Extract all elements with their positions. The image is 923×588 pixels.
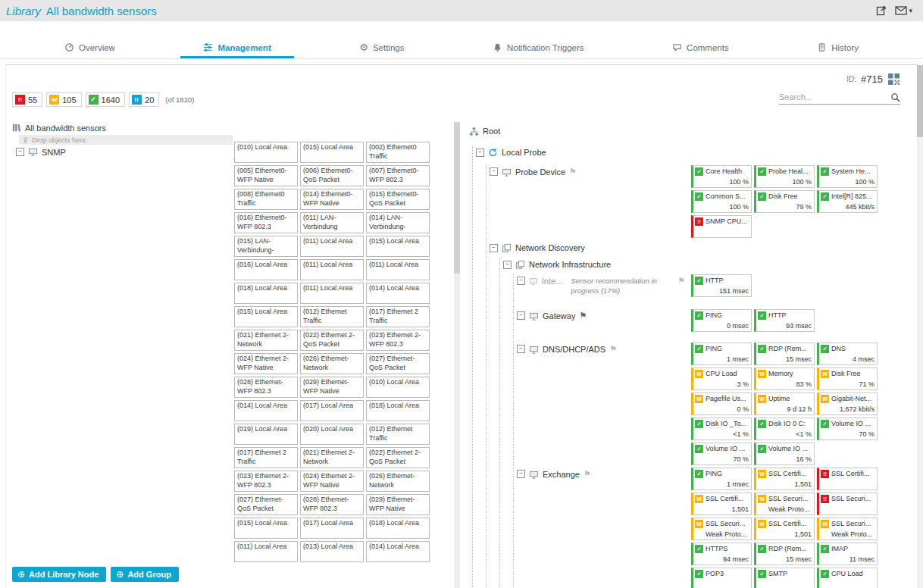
library-sensor-box[interactable]: (015) Local Area	[366, 236, 430, 257]
collapse-toggle[interactable]: −	[503, 261, 512, 269]
sensor-chip[interactable]: WDisk Free71 %	[817, 368, 878, 390]
tab-settings[interactable]: ⚙ Settings	[336, 36, 427, 58]
flag-icon[interactable]: ⚑	[609, 345, 617, 353]
sensor-chip[interactable]: ✓Probe Heal...100 %	[754, 165, 815, 188]
tab-comments[interactable]: Comments	[649, 36, 752, 58]
library-sensor-box[interactable]: (022) Ethernet 2-QoS Packet	[300, 330, 364, 351]
sensor-chip[interactable]: ✓Volume IO ...16 %	[754, 443, 815, 465]
collapse-toggle[interactable]: −	[476, 149, 484, 157]
library-sensor-box[interactable]: (014) Local Area	[366, 283, 430, 304]
scrollbar-thumb[interactable]	[454, 122, 460, 274]
library-sensor-box[interactable]: (010) Local Area	[234, 142, 298, 163]
main-scrollbar[interactable]	[917, 65, 923, 588]
sensor-chip[interactable]: !!SSL Securi...	[817, 493, 878, 515]
panel-scrollbar[interactable]	[454, 122, 460, 588]
report-export-icon[interactable]	[875, 5, 887, 17]
library-sensor-box[interactable]: (024) Ethernet 2-WFP Native	[300, 471, 364, 492]
library-sensor-box[interactable]: (026) Ethernet-Network	[300, 353, 364, 374]
library-sensor-box[interactable]: (014) Local Area	[366, 541, 430, 562]
library-sensor-box[interactable]: (015) Local Area	[300, 142, 364, 163]
library-root-node[interactable]: All bandwidth sensors	[11, 122, 233, 133]
library-sensor-box[interactable]: (017) Local Area	[300, 400, 364, 421]
library-sensor-box[interactable]: (007) Ethernet0-WFP 802.3	[366, 165, 430, 186]
sensor-chip[interactable]: !!SNMP CPU...	[691, 215, 752, 238]
device-label-inte[interactable]: − Inte... Sensor recommendation in progr…	[517, 274, 691, 296]
library-sensor-box[interactable]: (029) Ethernet-WFP Native	[366, 494, 430, 515]
library-sensor-box[interactable]: (008) Ethernet0 Traffic	[234, 189, 298, 210]
library-sensor-box[interactable]: (002) Ethernet0 Traffic	[366, 142, 430, 163]
flag-icon[interactable]: ⚑	[677, 277, 685, 285]
sensor-chip[interactable]: ✓HTTP93 msec	[754, 309, 815, 332]
tree-node-network-discovery[interactable]: − Network Discovery	[490, 241, 878, 255]
library-sensor-box[interactable]: (021) Ethernet 2-Network	[300, 447, 364, 468]
sensor-chip[interactable]: WPagefile Us...0 %	[691, 393, 752, 415]
sensor-chip[interactable]: ✓HTTPS94 msec	[691, 543, 752, 565]
library-sensor-box[interactable]: (016) Local Area	[234, 259, 298, 280]
library-sensor-box[interactable]: (019) Local Area	[234, 424, 298, 445]
library-sensor-box[interactable]: (011) Local Area	[234, 541, 298, 562]
library-sensor-box[interactable]: (017) Local Area	[300, 518, 364, 539]
flag-icon[interactable]: ⚑	[579, 311, 587, 320]
library-sensor-box[interactable]: (029) Ethernet-WFP Native	[300, 377, 364, 398]
tree-node-local-probe[interactable]: − Local Probe	[476, 145, 878, 159]
sensor-chip[interactable]: WSSL Securi...Weak Proto...	[754, 493, 815, 515]
library-sensor-box[interactable]: (012) Ethernet Traffic	[300, 306, 364, 327]
library-sensor-box[interactable]: (017) Ethernet 2 Traffic	[366, 306, 430, 327]
sensor-chip[interactable]: ✓IMAP11 msec	[817, 543, 878, 565]
add-group-button[interactable]: ⊕ Add Group	[111, 567, 179, 582]
tree-node-root[interactable]: Root	[469, 124, 878, 138]
library-sensor-box[interactable]: (018) Local Area	[234, 283, 298, 304]
library-sensor-box[interactable]: (015) Local Area	[234, 306, 298, 327]
sensor-chip[interactable]: ✓RDP (Rem...15 msec	[754, 543, 815, 565]
email-dropdown-icon[interactable]: ▾	[895, 6, 912, 15]
collapse-toggle[interactable]: −	[16, 148, 24, 156]
library-sensor-box[interactable]: (028) Ethernet-WFP 802.3	[234, 377, 298, 398]
scrollbar-thumb[interactable]	[917, 65, 923, 137]
qr-code-icon[interactable]	[887, 73, 900, 86]
add-library-node-button[interactable]: ⊕ Add Library Node	[12, 567, 106, 582]
library-sensor-box[interactable]: (011) LAN-Verbindung	[300, 212, 364, 233]
search-input[interactable]	[779, 91, 890, 103]
sensor-chip[interactable]: ✓DNS4 msec	[817, 342, 878, 365]
library-sensor-box[interactable]: (023) Ethernet 2-WFP 802.3	[366, 330, 430, 351]
library-node-snmp[interactable]: − SNMP	[16, 146, 233, 158]
device-label-probe-device[interactable]: − Probe Device ⚑	[490, 165, 691, 177]
library-sensor-box[interactable]: (018) Local Area	[366, 518, 430, 539]
library-sensor-box[interactable]: (015) Local Area	[234, 518, 298, 539]
library-sensor-box[interactable]: (021) Ethernet 2-Network	[234, 330, 298, 351]
sensor-chip[interactable]: ✓PING1 msec	[691, 342, 752, 365]
tab-history[interactable]: History	[794, 36, 881, 58]
sensor-chip[interactable]: ✓Common S...100 %	[691, 190, 752, 213]
library-sensor-box[interactable]: (006) Ethernet0-QoS Packet	[300, 165, 364, 186]
library-sensor-box[interactable]: (027) Ethernet-QoS Packet	[234, 494, 298, 515]
collapse-toggle[interactable]: −	[490, 167, 498, 176]
library-sensor-box[interactable]: (022) Ethernet 2-QoS Packet	[366, 447, 430, 468]
library-sensor-box[interactable]: (012) Ethernet Traffic	[366, 424, 430, 445]
tree-node-network-infrastructure[interactable]: − Network Infrastructure	[503, 258, 878, 271]
sensor-chip[interactable]: ✓PING1 msec	[691, 468, 752, 490]
sensor-chip[interactable]: ✓RDP (Rem...15 msec	[754, 342, 815, 365]
sensor-chip[interactable]: ✓POP3	[691, 568, 752, 588]
library-sensor-box[interactable]: (015) LAN-Verbindung-	[234, 236, 298, 257]
sensor-chip[interactable]: WGigabit-Net...1,672 kbit/s	[817, 393, 878, 415]
search-icon[interactable]	[890, 92, 900, 102]
library-sensor-box[interactable]: (020) Local Area	[300, 424, 364, 445]
sensor-chip[interactable]: ✓PING0 msec	[691, 309, 752, 332]
status-badge-down[interactable]: !! 55	[12, 92, 42, 107]
sensor-chip[interactable]: ✓SMTP	[754, 568, 815, 588]
device-label-exchange[interactable]: − Exchange ⚑	[517, 468, 691, 480]
sensor-chip[interactable]: ✓Disk IO _To...<1 %	[691, 418, 752, 440]
status-badge-warning[interactable]: W 105	[46, 92, 81, 107]
library-sensor-box[interactable]: (017) Ethernet 2 Traffic	[234, 447, 298, 468]
sensor-chip[interactable]: ✓Volume IO ...70 %	[691, 443, 752, 465]
library-sensor-box[interactable]: (011) Local Area	[300, 283, 364, 304]
device-label-gateway[interactable]: − Gateway ⚑	[517, 309, 691, 321]
library-sensor-box[interactable]: (015) Ethernet0-QoS Packet	[366, 189, 430, 210]
sensor-chip[interactable]: ✓Intel[R] 825...445 kbit/s	[817, 190, 878, 213]
library-sensor-box[interactable]: (010) Local Area	[366, 377, 430, 398]
sensor-chip[interactable]: ✓HTTP151 msec	[691, 274, 752, 297]
collapse-toggle[interactable]: −	[490, 244, 498, 252]
library-sensor-box[interactable]: (011) Local Area	[366, 259, 430, 280]
library-sensor-box[interactable]: (011) Local Area	[300, 259, 364, 280]
library-sensor-box[interactable]: (013) Local Area	[300, 541, 364, 562]
